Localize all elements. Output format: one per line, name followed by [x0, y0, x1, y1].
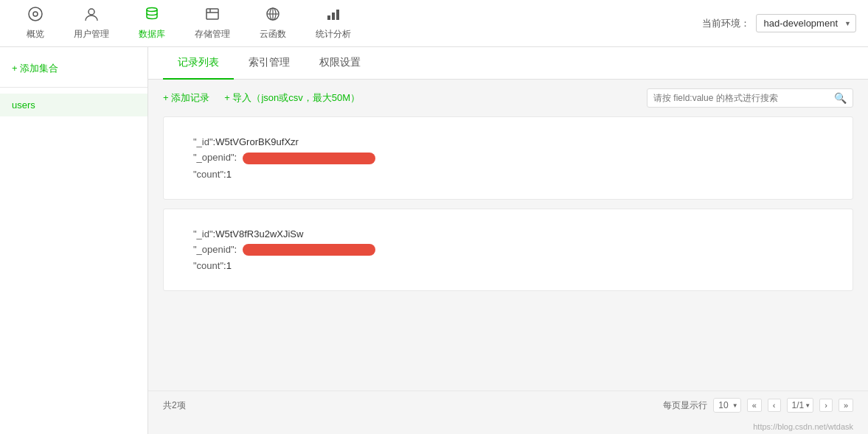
nav-analytics-label: 统计分析: [316, 28, 351, 41]
nav-overview-label: 概览: [27, 28, 44, 41]
toolbar: + 添加记录 + 导入（json或csv，最大50M） 🔍: [148, 80, 868, 116]
cloud-functions-icon: [265, 6, 281, 25]
svg-rect-12: [332, 13, 335, 20]
search-icon[interactable]: 🔍: [834, 92, 847, 104]
sidebar-divider: [0, 87, 147, 88]
record-field: "_openid":: [193, 244, 823, 256]
record-card: "_id":W5tV8fR3u2wXJiSw "_openid": "count…: [163, 209, 853, 292]
current-page[interactable]: 1/1: [787, 398, 814, 413]
main-layout: + 添加集合 users 记录列表 索引管理 权限设置 + 添加记录 + 导入（…: [0, 47, 868, 434]
field-key-openid2: "_openid": [193, 244, 235, 255]
prev-page-button[interactable]: ‹: [768, 399, 781, 412]
pagination: 每页显示行 10 « ‹ 1/1 › »: [663, 399, 853, 412]
svg-point-1: [33, 12, 38, 16]
nav-item-users[interactable]: 用户管理: [59, 0, 124, 47]
record-card: "_id":W5tVGrorBK9ufXzr "_openid": "count…: [163, 116, 853, 200]
tab-records[interactable]: 记录列表: [163, 47, 234, 80]
svg-point-0: [29, 7, 42, 21]
watermark: https://blog.csdn.net/wtdask: [148, 419, 868, 434]
storage-icon: [204, 6, 221, 25]
last-page-button[interactable]: »: [839, 399, 853, 412]
env-dropdown[interactable]: had-development: [756, 14, 856, 32]
field-redacted-openid2: [243, 244, 375, 256]
field-key-openid1: "_openid": [193, 152, 235, 163]
users-icon: [83, 6, 100, 25]
nav-item-overview[interactable]: 概览: [12, 0, 59, 47]
per-page-select[interactable]: 10: [713, 398, 740, 413]
sub-tabs: 记录列表 索引管理 权限设置: [148, 47, 868, 80]
import-button[interactable]: + 导入（json或csv，最大50M）: [224, 91, 360, 105]
record-field: "count":1: [193, 169, 823, 180]
nav-cloud-label: 云函数: [260, 28, 286, 41]
tab-permissions[interactable]: 权限设置: [305, 47, 375, 80]
tab-indexes[interactable]: 索引管理: [234, 47, 305, 80]
per-page-label: 每页显示行: [663, 399, 707, 412]
sidebar-item-users[interactable]: users: [0, 94, 147, 116]
overview-icon: [27, 6, 44, 25]
database-icon: [144, 6, 160, 25]
sidebar: + 添加集合 users: [0, 47, 148, 434]
per-page-select-wrapper[interactable]: 10: [713, 400, 740, 410]
env-label: 当前环境：: [702, 17, 750, 30]
record-field: "_openid":: [193, 152, 823, 164]
field-value-count1: :1: [223, 169, 232, 180]
total-count: 共2项: [163, 399, 186, 412]
svg-point-3: [147, 8, 157, 12]
nav-item-analytics[interactable]: 统计分析: [301, 0, 366, 47]
field-key-count1: "count": [193, 169, 223, 180]
svg-point-2: [88, 9, 94, 15]
field-value-id2: :W5tV8fR3u2wXJiSw: [213, 228, 304, 239]
nav-storage-label: 存储管理: [195, 28, 230, 41]
record-field: "_id":W5tV8fR3u2wXJiSw: [193, 228, 823, 239]
nav-item-storage[interactable]: 存储管理: [180, 0, 245, 47]
svg-rect-4: [206, 9, 218, 19]
field-key-count2: "count": [193, 260, 223, 271]
nav-item-database[interactable]: 数据库: [124, 0, 180, 47]
records-container: "_id":W5tVGrorBK9ufXzr "_openid": "count…: [148, 116, 868, 391]
field-value-id1: :W5tVGrorBK9ufXzr: [213, 136, 299, 147]
field-colon-1: :: [235, 152, 237, 163]
record-field: "_id":W5tVGrorBK9ufXzr: [193, 136, 823, 147]
nav-item-cloud-functions[interactable]: 云函数: [245, 0, 301, 47]
top-navigation: 概览 用户管理 数据库 存储管理: [0, 0, 868, 47]
first-page-button[interactable]: «: [747, 399, 762, 412]
field-colon-2: :: [235, 244, 237, 255]
field-redacted-openid1: [243, 153, 375, 164]
field-key-id1: "_id": [193, 136, 213, 147]
search-input[interactable]: [653, 93, 834, 103]
svg-rect-11: [327, 15, 330, 20]
next-page-button[interactable]: ›: [819, 399, 833, 412]
content-area: 记录列表 索引管理 权限设置 + 添加记录 + 导入（json或csv，最大50…: [148, 47, 868, 434]
nav-users-label: 用户管理: [74, 28, 109, 41]
field-key-id2: "_id": [193, 228, 213, 239]
analytics-icon: [325, 6, 341, 25]
search-box: 🔍: [647, 88, 853, 108]
current-page-wrapper[interactable]: 1/1: [787, 400, 814, 410]
record-field: "count":1: [193, 260, 823, 271]
env-dropdown-wrapper[interactable]: had-development: [756, 18, 856, 29]
footer: 共2项 每页显示行 10 « ‹ 1/1 › »: [148, 391, 868, 419]
add-collection-button[interactable]: + 添加集合: [0, 56, 147, 81]
nav-database-label: 数据库: [139, 28, 165, 41]
field-value-count2: :1: [223, 260, 232, 271]
add-record-button[interactable]: + 添加记录: [163, 91, 209, 105]
env-selector: 当前环境： had-development: [702, 17, 856, 30]
svg-rect-13: [336, 10, 339, 20]
